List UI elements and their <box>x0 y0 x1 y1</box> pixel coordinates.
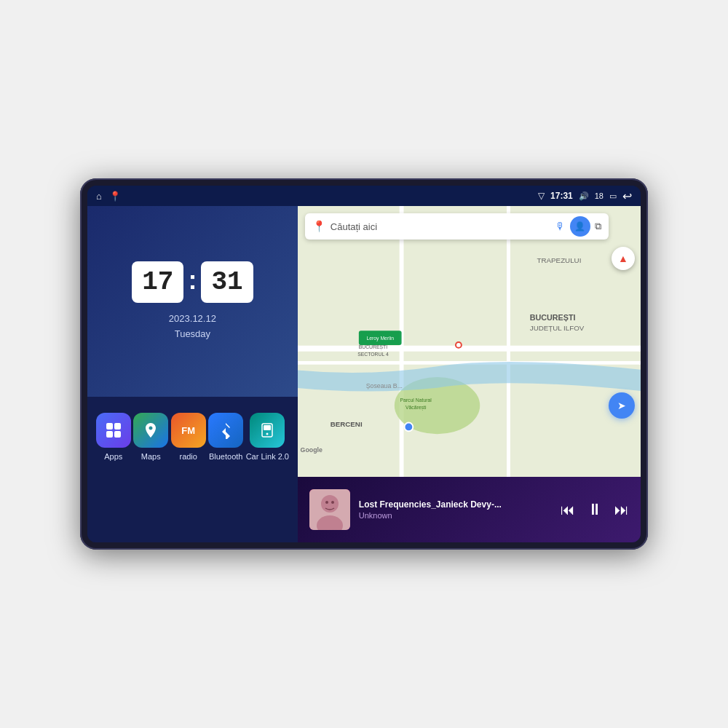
carlink-icon <box>250 413 285 448</box>
clock-hours: 17 <box>142 267 173 297</box>
right-panel: BUCUREȘTI JUDEȚUL ILFOV TRAPEZULUI BERCE… <box>298 206 641 477</box>
layers-icon[interactable]: ⧉ <box>595 221 601 232</box>
svg-rect-1 <box>114 423 121 430</box>
clock-hours-block: 17 <box>132 261 183 303</box>
music-title: Lost Frequencies_Janieck Devy-... <box>359 499 552 510</box>
svg-text:Parcul Natural: Parcul Natural <box>400 397 432 403</box>
svg-text:JUDEȚUL ILFOV: JUDEȚUL ILFOV <box>530 324 585 332</box>
navigate-icon: ➤ <box>617 400 626 411</box>
clock-display: 17 : 31 <box>132 261 253 303</box>
play-pause-button[interactable]: ⏸ <box>587 500 603 519</box>
time-display: 17:31 <box>550 191 573 201</box>
svg-point-25 <box>456 343 461 347</box>
svg-text:TRAPEZULUI: TRAPEZULUI <box>537 256 581 264</box>
svg-point-6 <box>266 433 269 435</box>
status-right-icons: ▽ 17:31 🔊 18 ▭ ↩ <box>538 189 632 203</box>
app-item-carlink[interactable]: Car Link 2.0 <box>246 413 289 461</box>
app-item-apps[interactable]: Apps <box>96 413 131 461</box>
clock-minutes: 31 <box>211 267 242 297</box>
home-icon[interactable]: ⌂ <box>96 191 102 202</box>
svg-text:BERCENI: BERCENI <box>330 420 362 428</box>
music-controls: ⏮ ⏸ ⏭ <box>561 500 629 519</box>
device: ⌂ 📍 ▽ 17:31 🔊 18 ▭ ↩ <box>80 178 648 550</box>
status-bar: ⌂ 📍 ▽ 17:31 🔊 18 ▭ ↩ <box>87 186 641 206</box>
app-item-bluetooth[interactable]: Bluetooth <box>208 413 243 461</box>
clock-widget: 17 : 31 2023.12.12 Tuesday <box>87 206 298 397</box>
apps-label: Apps <box>104 452 122 461</box>
music-artist: Unknown <box>359 511 552 520</box>
svg-point-26 <box>404 423 413 432</box>
svg-point-32 <box>331 501 334 504</box>
music-player: Lost Frequencies_Janieck Devy-... Unknow… <box>298 477 641 542</box>
map-background: BUCUREȘTI JUDEȚUL ILFOV TRAPEZULUI BERCE… <box>298 206 641 477</box>
svg-rect-0 <box>106 423 113 430</box>
screen: ⌂ 📍 ▽ 17:31 🔊 18 ▭ ↩ <box>87 186 641 542</box>
svg-rect-2 <box>106 431 113 438</box>
mic-icon[interactable]: 🎙 <box>555 221 566 232</box>
svg-text:Google: Google <box>300 446 322 454</box>
volume-icon: 🔊 <box>579 191 589 201</box>
map-pin-icon: 📍 <box>312 220 326 233</box>
album-art <box>309 489 350 530</box>
battery-icon: ▭ <box>609 191 617 201</box>
svg-text:Văcărești: Văcărești <box>405 405 427 411</box>
svg-point-31 <box>325 501 328 504</box>
bottom-left-spacer <box>87 477 298 542</box>
clock-minutes-block: 31 <box>201 261 253 303</box>
clock-date: 2023.12.12 Tuesday <box>169 312 216 342</box>
apps-icon <box>96 413 131 448</box>
svg-rect-5 <box>264 425 271 430</box>
signal-icon: ▽ <box>538 191 545 201</box>
maps-status-icon[interactable]: 📍 <box>109 191 121 202</box>
navigate-button[interactable]: ➤ <box>609 392 635 419</box>
svg-text:SECTORUL 4: SECTORUL 4 <box>357 352 389 357</box>
apps-row: Apps Maps FM <box>87 397 298 477</box>
status-left-icons: ⌂ 📍 <box>96 191 121 202</box>
avatar-icon: 👤 <box>574 221 585 232</box>
bluetooth-label: Bluetooth <box>209 452 242 461</box>
app-item-radio[interactable]: FM radio <box>171 413 206 461</box>
next-button[interactable]: ⏭ <box>614 502 629 518</box>
app-item-maps[interactable]: Maps <box>133 413 168 461</box>
map-search-right: 🎙 👤 ⧉ <box>555 216 601 237</box>
radio-label: radio <box>179 452 197 461</box>
map-area: BUCUREȘTI JUDEȚUL ILFOV TRAPEZULUI BERCE… <box>298 206 641 477</box>
clock-day-value: Tuesday <box>169 327 216 342</box>
svg-text:BUCUREȘTI: BUCUREȘTI <box>530 313 576 322</box>
prev-button[interactable]: ⏮ <box>561 502 575 518</box>
maps-icon <box>133 413 168 448</box>
map-search-bar[interactable]: 📍 Căutați aici 🎙 👤 ⧉ <box>305 213 609 240</box>
avatar-button[interactable]: 👤 <box>570 216 590 237</box>
svg-text:Șoseaua B...: Șoseaua B... <box>365 382 402 389</box>
svg-text:BUCUREȘTI: BUCUREȘTI <box>358 344 387 350</box>
bluetooth-icon <box>208 413 243 448</box>
radio-icon: FM <box>171 413 206 448</box>
volume-level: 18 <box>595 191 604 200</box>
carlink-label: Car Link 2.0 <box>246 452 289 461</box>
clock-colon: : <box>188 265 197 296</box>
left-panel: 17 : 31 2023.12.12 Tuesday <box>87 206 298 477</box>
bottom-row: Lost Frequencies_Janieck Devy-... Unknow… <box>87 477 641 542</box>
map-search-text: Căutați aici <box>331 221 551 232</box>
maps-label: Maps <box>141 452 161 461</box>
svg-text:Leroy Merlin: Leroy Merlin <box>366 336 394 341</box>
clock-date-value: 2023.12.12 <box>169 312 216 327</box>
back-button[interactable]: ↩ <box>622 189 632 203</box>
compass-icon: ▲ <box>618 253 628 264</box>
compass-button[interactable]: ▲ <box>612 247 635 270</box>
svg-rect-3 <box>114 431 121 438</box>
music-info: Lost Frequencies_Janieck Devy-... Unknow… <box>359 499 552 520</box>
svg-rect-7 <box>298 206 641 477</box>
